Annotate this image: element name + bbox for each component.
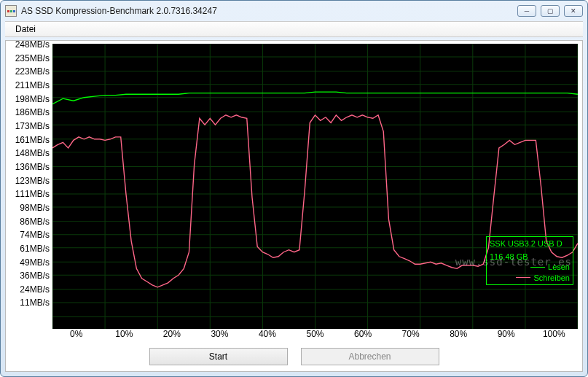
y-tick-label: 74MB/s bbox=[6, 230, 52, 244]
y-axis: 248MB/s235MB/s223MB/s211MB/s198MB/s186MB… bbox=[6, 41, 52, 329]
titlebar: AS SSD Kompression-Benchmark 2.0.7316.34… bbox=[1, 1, 587, 21]
y-tick-label: 61MB/s bbox=[6, 244, 52, 257]
y-tick-label: 248MB/s bbox=[6, 39, 52, 53]
x-tick-label: 60% bbox=[339, 329, 387, 342]
y-tick-label: 98MB/s bbox=[6, 203, 52, 217]
y-tick-label: 148MB/s bbox=[6, 148, 52, 162]
y-tick-label: 49MB/s bbox=[6, 257, 52, 271]
chart: 248MB/s235MB/s223MB/s211MB/s198MB/s186MB… bbox=[6, 41, 582, 329]
y-tick-label: 235MB/s bbox=[6, 53, 52, 67]
content-area: 248MB/s235MB/s223MB/s211MB/s198MB/s186MB… bbox=[5, 40, 583, 372]
app-icon bbox=[5, 5, 17, 17]
start-button[interactable]: Start bbox=[149, 348, 288, 365]
minimize-button[interactable]: ─ bbox=[517, 5, 536, 17]
x-tick-label: 100% bbox=[530, 329, 578, 342]
window-title: AS SSD Kompression-Benchmark 2.0.7316.34… bbox=[21, 6, 517, 16]
y-tick-label: 223MB/s bbox=[6, 66, 52, 80]
menubar: Datei bbox=[5, 21, 583, 37]
x-tick-label: 90% bbox=[482, 329, 530, 342]
app-window: AS SSD Kompression-Benchmark 2.0.7316.34… bbox=[0, 0, 588, 377]
y-tick-label: 136MB/s bbox=[6, 162, 52, 176]
y-tick-label: 173MB/s bbox=[6, 121, 52, 135]
y-tick-label: 11MB/s bbox=[6, 298, 52, 311]
y-tick-label: 198MB/s bbox=[6, 94, 52, 108]
x-tick-label: 70% bbox=[387, 329, 435, 342]
x-tick-label: 20% bbox=[148, 329, 196, 342]
y-tick-label: 86MB/s bbox=[6, 217, 52, 230]
y-tick-label: 161MB/s bbox=[6, 135, 52, 149]
y-tick-label: 36MB/s bbox=[6, 271, 52, 284]
x-tick-label: 40% bbox=[243, 329, 291, 342]
y-tick-label: 24MB/s bbox=[6, 284, 52, 298]
y-tick-label: 123MB/s bbox=[6, 176, 52, 190]
close-button[interactable]: ✕ bbox=[564, 5, 583, 17]
plot-svg bbox=[52, 44, 578, 329]
x-tick-label: 50% bbox=[291, 329, 340, 342]
cancel-button[interactable]: Abbrechen bbox=[301, 348, 439, 365]
window-controls: ─ ▢ ✕ bbox=[517, 5, 583, 17]
y-tick-label: 111MB/s bbox=[6, 189, 52, 203]
x-tick-label: 10% bbox=[101, 329, 149, 342]
y-tick-label: 211MB/s bbox=[6, 80, 52, 94]
plot-area: SSK USB3.2 USB D 116,48 GB Lesen Schreib… bbox=[52, 44, 578, 329]
menu-file[interactable]: Datei bbox=[11, 23, 40, 36]
x-tick-label: 0% bbox=[52, 329, 101, 342]
button-row: Start Abbrechen bbox=[6, 342, 582, 371]
y-tick-label: 186MB/s bbox=[6, 107, 52, 121]
x-tick-label: 30% bbox=[196, 329, 244, 342]
maximize-button[interactable]: ▢ bbox=[541, 5, 560, 17]
x-axis: 0%10%20%30%40%50%60%70%80%90%100% bbox=[6, 329, 582, 342]
x-tick-label: 80% bbox=[434, 329, 482, 342]
